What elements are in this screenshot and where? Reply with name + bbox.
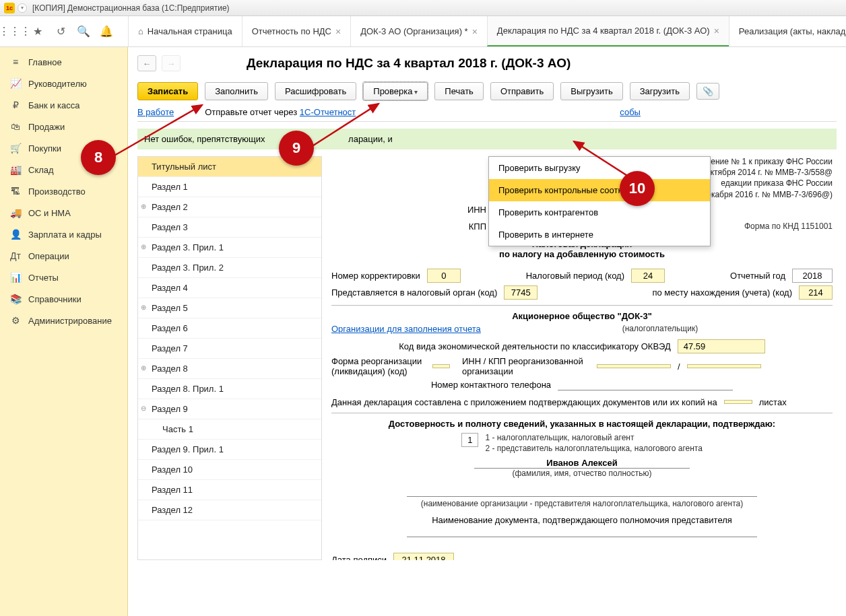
- nav-icon: 🛍: [9, 121, 22, 132]
- nav-icon: ₽: [9, 100, 22, 110]
- app-menu-dropdown[interactable]: ▾: [18, 3, 27, 13]
- nav-icon: ⚙: [9, 315, 22, 326]
- reorg-inn-field[interactable]: [597, 364, 671, 368]
- reorg-code-field[interactable]: [432, 364, 450, 368]
- section-item[interactable]: Раздел 10: [138, 460, 321, 480]
- nav-item[interactable]: 🚚ОС и НМА: [0, 202, 127, 224]
- nav-item[interactable]: 🏗Производство: [0, 180, 127, 202]
- annotation-badge-10: 10: [620, 171, 655, 206]
- nav-item[interactable]: ₽Банк и касса: [0, 94, 127, 116]
- check-upload[interactable]: Проверить выгрузку: [489, 157, 710, 179]
- check-ratios[interactable]: Проверить контрольные соотношения: [489, 179, 710, 201]
- rep-doc-field[interactable]: [407, 528, 757, 537]
- page-title: Декларация по НДС за 4 квартал 2018 г. (…: [247, 56, 571, 71]
- section-item[interactable]: ⊕Раздел 8: [138, 359, 321, 379]
- status-link[interactable]: В работе: [137, 107, 174, 117]
- nav-item[interactable]: 📚Справочники: [0, 288, 127, 310]
- tab-realization[interactable]: Реализация (акты, накладные): [729, 16, 846, 46]
- decode-button[interactable]: Расшифровать: [275, 82, 356, 100]
- attach-button[interactable]: 📎: [696, 83, 719, 100]
- section-item[interactable]: Раздел 9. Прил. 1: [138, 440, 321, 460]
- bell-icon[interactable]: 🔔: [100, 25, 113, 38]
- print-button[interactable]: Печать: [434, 82, 484, 100]
- close-icon[interactable]: ×: [472, 26, 478, 37]
- fill-button[interactable]: Заполнить: [205, 82, 268, 100]
- period-field[interactable]: 24: [631, 269, 665, 283]
- validation-bar: Нет ошибок, препятствующих ларации, и: [137, 129, 837, 149]
- nav-icon: ≡: [9, 57, 22, 67]
- search-icon[interactable]: 🔍: [77, 25, 90, 38]
- section-item[interactable]: Раздел 1: [138, 177, 321, 197]
- close-icon[interactable]: ×: [335, 26, 341, 37]
- tab-nds[interactable]: Отчетность по НДС ×: [242, 16, 351, 46]
- sign-date-field[interactable]: 21.11.2018: [393, 553, 454, 560]
- trust-field[interactable]: 1: [461, 433, 478, 447]
- section-item[interactable]: Раздел 6: [138, 318, 321, 339]
- annotation-badge-8: 8: [81, 140, 116, 175]
- history-icon[interactable]: ↺: [54, 25, 67, 38]
- reorg-kpp-field[interactable]: [687, 364, 761, 368]
- okved-field[interactable]: 47.59: [678, 339, 765, 353]
- expand-icon[interactable]: ⊕: [141, 364, 146, 372]
- expand-icon[interactable]: ⊕: [141, 304, 146, 311]
- section-item[interactable]: ⊕Раздел 3. Прил. 1: [138, 238, 321, 258]
- back-button[interactable]: ←: [137, 55, 156, 71]
- send-button[interactable]: Отправить: [490, 82, 554, 100]
- action-toolbar: Записать Заполнить Расшифровать Проверка…: [137, 82, 837, 100]
- tax-organ-field[interactable]: 7745: [504, 285, 538, 300]
- check-counterparties[interactable]: Проверить контрагентов: [489, 201, 710, 224]
- upload-button[interactable]: Выгрузить: [560, 82, 622, 100]
- link-ways[interactable]: собы: [620, 107, 641, 117]
- section-item[interactable]: Раздел 12: [138, 500, 321, 520]
- nav-item[interactable]: 📊Отчеты: [0, 267, 127, 288]
- nav-item[interactable]: ≡Главное: [0, 51, 127, 73]
- section-item[interactable]: Раздел 7: [138, 339, 321, 359]
- expand-icon[interactable]: ⊖: [141, 405, 146, 412]
- nav-item[interactable]: 🛍Продажи: [0, 116, 127, 137]
- annotation-badge-9: 9: [279, 131, 314, 166]
- tab-home[interactable]: ⌂ Начальная страница: [128, 16, 242, 46]
- save-button[interactable]: Записать: [137, 82, 198, 100]
- section-item[interactable]: Раздел 11: [138, 480, 321, 500]
- correction-field[interactable]: 0: [427, 269, 461, 283]
- tab-org[interactable]: ДОК-3 АО (Организация) * ×: [350, 16, 487, 46]
- section-item[interactable]: ⊕Раздел 5: [138, 298, 321, 318]
- place-field[interactable]: 214: [799, 285, 833, 300]
- orgs-link[interactable]: Организации для заполнения отчета: [331, 324, 481, 334]
- tab-declaration[interactable]: Декларация по НДС за 4 квартал 2018 г. (…: [487, 16, 729, 46]
- apps-icon[interactable]: ⋮⋮⋮: [8, 25, 22, 38]
- section-item[interactable]: ⊖Раздел 9: [138, 399, 321, 419]
- nav-icon: 📚: [9, 294, 22, 304]
- forward-button[interactable]: →: [162, 55, 181, 71]
- nav-item[interactable]: 👤Зарплата и кадры: [0, 224, 127, 245]
- nav-item[interactable]: 📈Руководителю: [0, 73, 127, 94]
- nav-item[interactable]: ДтОперации: [0, 245, 127, 267]
- year-field[interactable]: 2018: [792, 269, 833, 283]
- star-icon[interactable]: ★: [31, 25, 44, 38]
- check-dropdown: Проверить выгрузку Проверить контрольные…: [488, 156, 711, 246]
- nav-item[interactable]: ⚙Администрирование: [0, 310, 127, 331]
- fio-field[interactable]: Иванов Алексей: [474, 458, 690, 469]
- section-item[interactable]: Раздел 3. Прил. 2: [138, 258, 321, 278]
- left-nav: ≡Главное📈Руководителю₽Банк и касса🛍Прода…: [0, 47, 128, 616]
- close-icon[interactable]: ×: [714, 26, 719, 36]
- section-item[interactable]: Раздел 4: [138, 278, 321, 298]
- rep-org-field[interactable]: [407, 487, 757, 497]
- expand-icon[interactable]: ⊕: [141, 243, 146, 250]
- nav-icon: 👤: [9, 229, 22, 240]
- check-button[interactable]: Проверка: [363, 82, 428, 100]
- phone-field[interactable]: [558, 380, 733, 390]
- link-1c[interactable]: 1С-Отчетност: [300, 107, 356, 117]
- download-button[interactable]: Загрузить: [630, 82, 690, 100]
- expand-icon[interactable]: ⊕: [141, 203, 146, 210]
- pages-field[interactable]: [724, 400, 752, 404]
- nav-icon: 🛒: [9, 143, 22, 153]
- section-item[interactable]: Раздел 8. Прил. 1: [138, 379, 321, 399]
- window-title: [КОПИЯ] Демонстрационная база (1С:Предпр…: [32, 3, 230, 13]
- check-internet[interactable]: Проверить в интернете: [489, 224, 710, 246]
- home-icon: ⌂: [138, 26, 143, 36]
- section-item[interactable]: ⊕Раздел 2: [138, 197, 321, 217]
- window-titlebar: 1c ▾ [КОПИЯ] Демонстрационная база (1С:П…: [0, 0, 846, 16]
- section-item[interactable]: Часть 1: [138, 419, 321, 440]
- section-item[interactable]: Раздел 3: [138, 217, 321, 238]
